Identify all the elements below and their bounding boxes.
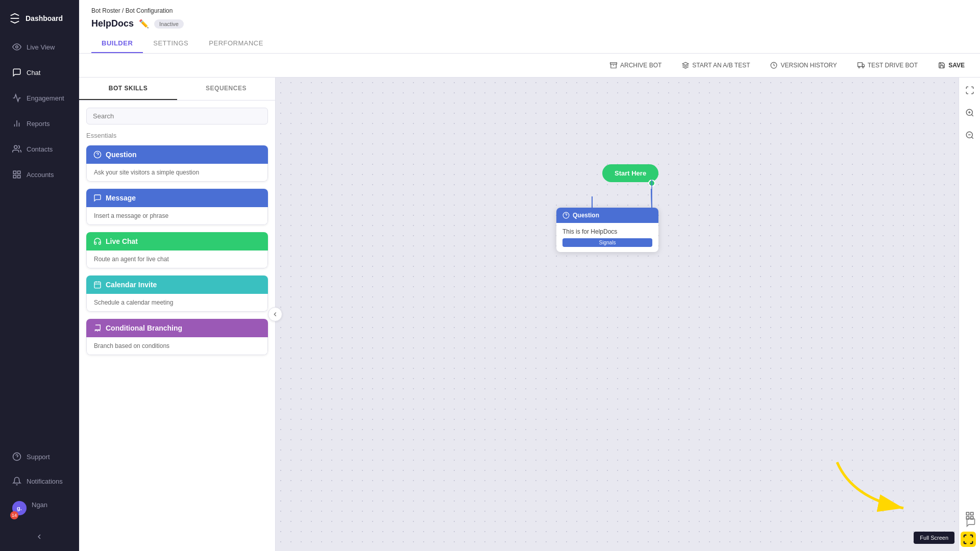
start-node-connector (648, 180, 655, 187)
tab-performance[interactable]: PERFORMANCE (199, 34, 274, 53)
svg-point-18 (862, 66, 864, 68)
skills-tab-sequences[interactable]: SEQUENCES (177, 78, 275, 100)
skill-card-question[interactable]: Question Ask your site visitors a simple… (86, 145, 268, 182)
sidebar-item-contacts[interactable]: Contacts (3, 137, 76, 161)
svg-point-5 (14, 145, 17, 148)
skill-conditional-body: Branch based on conditions (86, 337, 268, 355)
skills-content: Essentials Question Ask your site visito… (79, 101, 275, 551)
sidebar-item-accounts[interactable]: Accounts (3, 163, 76, 186)
test-drive-btn[interactable]: TEST DRIVE BOT (852, 59, 923, 72)
notification-badge: 14 (10, 511, 18, 519)
svg-line-34 (971, 137, 973, 138)
skill-card-livechat[interactable]: Live Chat Route an agent for live chat (86, 232, 268, 268)
svg-rect-8 (18, 176, 20, 178)
sidebar-item-notifications[interactable]: Notifications (3, 469, 76, 493)
zoom-out-btn[interactable] (962, 128, 977, 143)
sidebar-user-label: Ngan (32, 501, 47, 509)
svg-rect-37 (970, 512, 973, 515)
sidebar-item-liveview[interactable]: Live View (3, 35, 76, 59)
sidebar-collapse-btn[interactable] (0, 528, 79, 546)
sidebar-reports-label: Reports (27, 120, 50, 128)
svg-rect-21 (94, 282, 101, 288)
bot-status-badge: Inactive (154, 19, 184, 29)
skill-question-body: Ask your site visitors a simple question (86, 164, 268, 182)
builder-area: BOT SKILLS SEQUENCES Essentials Question… (79, 78, 980, 551)
sidebar-item-engagement[interactable]: Engagement (3, 86, 76, 110)
annotation-arrow (832, 457, 914, 520)
sidebar-accounts-label: Accounts (27, 171, 54, 179)
skills-panel: BOT SKILLS SEQUENCES Essentials Question… (79, 78, 276, 551)
svg-rect-12 (610, 63, 617, 64)
chat-bubble-icon[interactable] (966, 517, 976, 530)
main-content: Bot Roster / Bot Configuration HelpDocs … (79, 0, 980, 551)
question-node-header: Question (556, 208, 658, 223)
collapse-panel-btn[interactable] (268, 307, 282, 321)
skill-calendar-header: Calendar Invite (86, 276, 268, 294)
skill-card-conditional[interactable]: Conditional Branching Branch based on co… (86, 319, 268, 355)
svg-rect-6 (13, 171, 16, 173)
canvas-arrows (276, 78, 980, 551)
fullscreen-icon-btn[interactable] (962, 83, 977, 98)
svg-rect-36 (966, 512, 969, 515)
action-bar: ARCHIVE BOT START AN A/B TEST VERSION HI… (79, 54, 980, 78)
save-btn[interactable]: SAVE (933, 59, 970, 72)
sidebar-item-support[interactable]: Support (3, 445, 76, 468)
svg-marker-16 (862, 64, 864, 67)
skill-livechat-body: Route an agent for live chat (86, 251, 268, 268)
sidebar-logo[interactable]: Dashboard (0, 5, 79, 34)
skill-livechat-header: Live Chat (86, 232, 268, 251)
essentials-section-title: Essentials (86, 132, 268, 139)
flow-arrows (276, 78, 980, 551)
search-input[interactable] (86, 108, 268, 124)
fullscreen-highlight-box[interactable] (961, 532, 976, 547)
skill-card-calendar[interactable]: Calendar Invite Schedule a calendar meet… (86, 276, 268, 312)
svg-line-30 (971, 114, 973, 116)
breadcrumb-separator: / (122, 7, 124, 14)
breadcrumb-parent[interactable]: Bot Roster (91, 7, 120, 14)
svg-rect-7 (18, 171, 20, 173)
zoom-in-btn[interactable] (962, 105, 977, 120)
sidebar-item-user[interactable]: g. 14 Ngan (3, 494, 76, 527)
edit-bot-name-icon[interactable]: ✏️ (139, 19, 149, 29)
sidebar: Dashboard Live View Chat Engagement Repo… (0, 0, 79, 551)
canvas-controls (959, 78, 980, 551)
main-tabs: BUILDER SETTINGS PERFORMANCE (91, 34, 968, 53)
yellow-arrow-svg (832, 457, 914, 518)
dashboard-label: Dashboard (26, 14, 63, 22)
sidebar-item-chat[interactable]: Chat (3, 61, 76, 84)
sidebar-item-reports[interactable]: Reports (3, 112, 76, 135)
expand-icon (963, 534, 974, 545)
breadcrumb-current: Bot Configuration (126, 7, 173, 14)
question-node-body: This is for HelpDocs Signals (556, 223, 658, 252)
skill-message-header: Message (86, 189, 268, 207)
svg-point-1 (16, 46, 18, 48)
skills-tab-botskills[interactable]: BOT SKILLS (79, 78, 177, 100)
question-node-badge[interactable]: Signals (562, 238, 652, 247)
skill-calendar-body: Schedule a calendar meeting (86, 294, 268, 312)
skills-tabs: BOT SKILLS SEQUENCES (79, 78, 275, 101)
ab-test-btn[interactable]: START AN A/B TEST (677, 59, 755, 72)
sidebar-liveview-label: Live View (27, 43, 55, 51)
skill-card-message[interactable]: Message Insert a message or phrase (86, 189, 268, 225)
skill-message-body: Insert a message or phrase (86, 207, 268, 225)
sidebar-support-label: Support (27, 453, 50, 461)
version-history-btn[interactable]: VERSION HISTORY (765, 59, 842, 72)
bot-title-row: HelpDocs ✏️ Inactive (91, 18, 968, 29)
sidebar-notifications-label: Notifications (27, 478, 63, 485)
sidebar-engagement-label: Engagement (27, 94, 64, 102)
tab-settings[interactable]: SETTINGS (143, 34, 199, 53)
fullscreen-label-btn[interactable]: Full Screen (914, 532, 954, 544)
tab-builder[interactable]: BUILDER (91, 34, 143, 53)
bot-name: HelpDocs (91, 18, 134, 29)
skill-conditional-header: Conditional Branching (86, 319, 268, 337)
question-node[interactable]: Question This is for HelpDocs Signals (556, 208, 658, 252)
archive-bot-btn[interactable]: ARCHIVE BOT (605, 59, 667, 72)
svg-rect-15 (857, 63, 862, 67)
svg-point-17 (858, 66, 860, 68)
sidebar-contacts-label: Contacts (27, 145, 53, 153)
svg-rect-9 (13, 176, 16, 178)
canvas: Start Here Question (276, 78, 980, 551)
sidebar-chat-label: Chat (27, 69, 40, 77)
skill-question-header: Question (86, 145, 268, 164)
topbar: Bot Roster / Bot Configuration HelpDocs … (79, 0, 980, 54)
